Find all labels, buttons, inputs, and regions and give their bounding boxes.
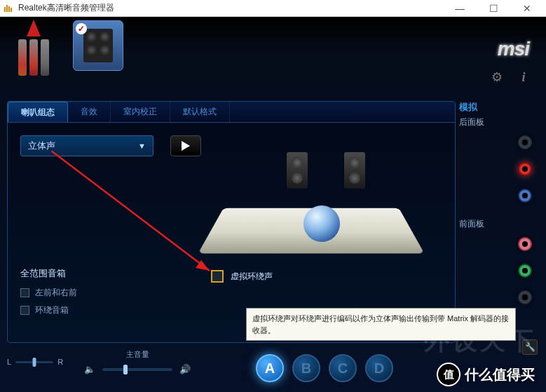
- jack-pink[interactable]: [518, 237, 532, 251]
- analog-title: 模拟: [459, 101, 538, 114]
- connector-plugs-graphic: [18, 21, 49, 76]
- main-volume-label: 主音量: [126, 349, 149, 360]
- brand-logo: msi: [498, 38, 529, 60]
- maximize-button[interactable]: ☐: [483, 1, 504, 15]
- svg-rect-3: [11, 8, 12, 12]
- fullrange-title: 全范围音箱: [20, 267, 77, 280]
- volume-low-icon: 🔈: [84, 364, 95, 374]
- annotation-arrow: [51, 151, 233, 277]
- front-panel-label: 前面板: [459, 218, 538, 230]
- connector-settings-button[interactable]: 🔧: [522, 339, 538, 355]
- svg-marker-5: [196, 260, 210, 271]
- checkmark-icon: ✓: [76, 23, 87, 34]
- settings-button[interactable]: [490, 70, 504, 84]
- close-button[interactable]: ✕: [517, 1, 538, 15]
- app-body: ✓ msi i 喇叭组态 音效 室内校正 默认格式 立体声: [0, 17, 546, 392]
- label-surround: 环绕音箱: [35, 304, 69, 316]
- listener-sphere-icon: [303, 205, 340, 242]
- tab-bar: 喇叭组态 音效 室内校正 默认格式: [8, 102, 455, 123]
- label-virtual-surround: 虚拟环绕声: [231, 271, 273, 283]
- preset-b-button[interactable]: B: [292, 354, 320, 382]
- top-section: ✓ msi i: [0, 17, 546, 83]
- main-panel: 喇叭组态 音效 室内校正 默认格式 立体声 全范围音箱: [7, 101, 456, 343]
- checkbox-front-lr[interactable]: [20, 288, 29, 297]
- watermark-text-2: 什么值得买: [465, 365, 535, 384]
- tab-room-correction[interactable]: 室内校正: [111, 102, 170, 122]
- tooltip-virtual-surround: 虚拟环绕声对环绕声进行编码以作为立体声输出传输到带 Matrix 解码器的接收器…: [246, 308, 516, 341]
- preset-c-button[interactable]: C: [329, 354, 357, 382]
- fullrange-section: 全范围音箱 左前和右前 环绕音箱: [20, 267, 77, 322]
- minimize-button[interactable]: —: [449, 1, 470, 15]
- tab-speaker-config[interactable]: 喇叭组态: [8, 102, 68, 122]
- svg-rect-2: [8, 6, 10, 12]
- balance-slider[interactable]: [15, 361, 53, 363]
- virtual-surround-row: 虚拟环绕声: [211, 270, 273, 283]
- speaker-config-dropdown[interactable]: 立体声: [20, 135, 153, 156]
- volume-high-icon: 🔊: [179, 364, 191, 374]
- balance-l-label: L: [7, 358, 11, 366]
- jack-red-active[interactable]: [518, 162, 532, 176]
- dropdown-value: 立体声: [28, 140, 55, 152]
- volume-slider[interactable]: [102, 368, 172, 371]
- jack-black[interactable]: [518, 135, 532, 149]
- main-volume-control: 主音量 🔈 🔊: [84, 349, 191, 374]
- jack-green[interactable]: [518, 264, 532, 278]
- speaker-left-icon[interactable]: [287, 152, 308, 189]
- svg-rect-1: [6, 5, 8, 12]
- play-button[interactable]: [170, 135, 201, 156]
- checkbox-virtual-surround[interactable]: [211, 270, 224, 283]
- checkbox-surround[interactable]: [20, 306, 29, 315]
- jack-blue[interactable]: [518, 189, 532, 203]
- back-panel-label: 后面板: [459, 116, 538, 128]
- device-selector-speakers[interactable]: ✓: [73, 20, 123, 71]
- preset-d-button[interactable]: D: [365, 354, 393, 382]
- preset-buttons: A B C D: [256, 354, 393, 382]
- app-icon: [3, 3, 14, 14]
- balance-control: L R: [7, 358, 63, 366]
- window-title: Realtek高清晰音频管理器: [18, 2, 449, 14]
- speakers-icon: [83, 29, 113, 62]
- label-front-lr: 左前和右前: [35, 287, 77, 299]
- svg-line-4: [51, 151, 210, 271]
- window-titlebar: Realtek高清晰音频管理器 — ☐ ✕: [0, 0, 546, 17]
- arrow-up-icon: [27, 20, 41, 36]
- tab-default-format[interactable]: 默认格式: [170, 102, 230, 122]
- speaker-right-icon[interactable]: [344, 152, 365, 189]
- balance-r-label: R: [57, 358, 63, 366]
- tab-sound-effects[interactable]: 音效: [68, 102, 111, 122]
- jack-dark[interactable]: [518, 290, 532, 304]
- preset-a-button[interactable]: A: [256, 354, 284, 382]
- svg-rect-0: [4, 7, 6, 12]
- info-button[interactable]: i: [517, 70, 531, 84]
- speaker-stage-graphic: [212, 151, 410, 270]
